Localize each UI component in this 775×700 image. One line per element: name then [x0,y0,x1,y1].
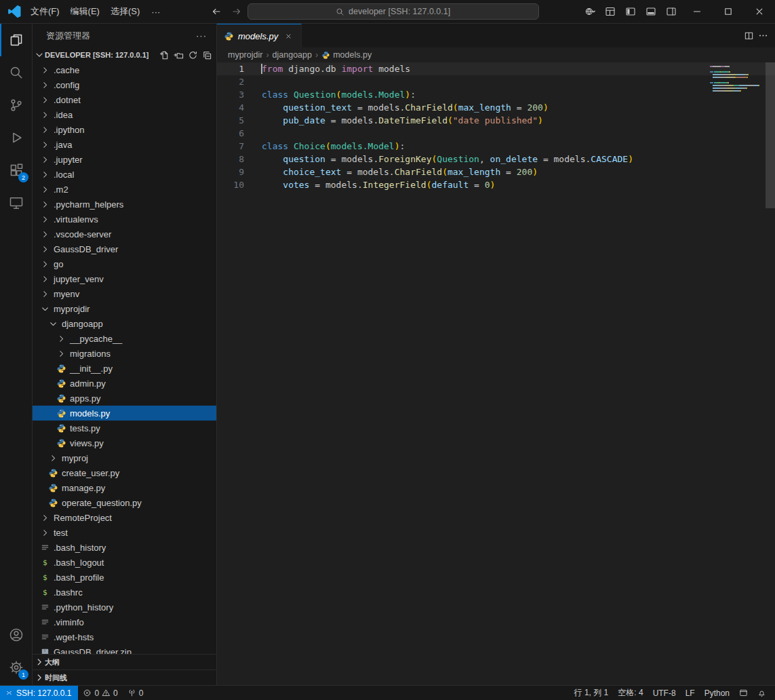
close-button[interactable] [744,0,775,24]
activity-explorer[interactable] [0,24,32,56]
command-center-search[interactable]: developer [SSH: 127.0.0.1] [247,3,539,20]
tree-item-gaussdb-driver-zip[interactable]: GaussDB_driver.zip [33,644,216,654]
navigate-back-icon[interactable] [207,3,226,20]
maximize-button[interactable] [713,0,744,24]
menu-more[interactable]: ··· [146,5,165,19]
menu-0[interactable]: 文件(F) [25,3,65,20]
activity-source-control[interactable] [0,89,32,121]
activity-accounts[interactable] [0,619,32,651]
status-end-of-line[interactable]: LF [681,686,700,700]
tree-item-remoteproject[interactable]: RemoteProject [33,510,216,525]
tree-item-config[interactable]: .config [33,77,216,92]
tree-item-manage-py[interactable]: manage.py [33,480,216,495]
breadcrumb-myprojdir[interactable]: myprojdir [228,50,262,60]
tree-item-bash-logout[interactable]: $.bash_logout [33,555,216,570]
code-line-1[interactable]: 1from django.db import models [217,62,775,75]
new-file-button[interactable] [157,48,171,62]
tree-item-idea[interactable]: .idea [33,107,216,122]
code-line-7[interactable]: 7class Choice(models.Model): [217,140,775,153]
tree-item-models-py[interactable]: models.py [33,406,216,421]
sidebar-more-actions[interactable]: ··· [196,31,207,41]
code-line-9[interactable]: 9 choice_text = models.CharField(max_len… [217,166,775,178]
tree-item-viminfo[interactable]: .viminfo [33,615,216,629]
code-editor[interactable]: 1from django.db import models23class Que… [217,62,775,685]
tree-item-pycharm-helpers[interactable]: .pycharm_helpers [33,197,216,212]
close-tab-icon[interactable] [282,30,294,42]
status-cursor-position[interactable]: 行 1, 列 1 [570,686,614,700]
tab-models-py[interactable]: models.py [217,24,302,47]
code-line-3[interactable]: 3class Question(models.Model): [217,88,775,101]
tree-item-wget-hsts[interactable]: .wget-hsts [33,629,216,644]
tree-item-local[interactable]: .local [33,167,216,182]
tree-item-m2[interactable]: .m2 [33,182,216,197]
tree-item-vscode-server[interactable]: .vscode-server [33,227,216,241]
window-icon[interactable] [734,686,753,700]
activity-manage[interactable]: 1 [0,651,32,684]
bell-icon[interactable] [753,686,771,700]
tree-item-python-history[interactable]: .python_history [33,600,216,615]
code-line-5[interactable]: 5 pub_date = models.DateTimeField("date … [217,114,775,127]
tree-item-myenv[interactable]: myenv [33,286,216,301]
section-outline[interactable]: 大纲 [33,654,216,669]
tree-item-create-user-py[interactable]: create_user.py [33,465,216,480]
code-line-8[interactable]: 8 question = models.ForeignKey(Question,… [217,153,775,166]
menu-1[interactable]: 编辑(E) [65,3,105,20]
activity-search[interactable] [0,56,32,89]
tree-item-views-py[interactable]: views.py [33,435,216,450]
code-line-6[interactable]: 6 [217,127,775,140]
status-language-mode[interactable]: Python [700,686,734,700]
tree-item-myprojdir[interactable]: myprojdir [33,301,216,316]
section-timeline[interactable]: 时间线 [33,669,216,685]
toggle-secondary-sidebar-icon[interactable] [661,3,681,20]
code-line-10[interactable]: 10 votes = models.IntegerField(default =… [217,178,775,191]
customize-layout-icon[interactable] [600,3,620,20]
remote-menu-icon[interactable] [580,3,600,20]
tree-item-virtualenvs[interactable]: .virtualenvs [33,212,216,227]
tree-item-bash-history[interactable]: .bash_history [33,540,216,555]
tree-item-init-py[interactable]: __init__.py [33,361,216,376]
tree-item-bash-profile[interactable]: $.bash_profile [33,570,216,585]
breadcrumb-models-py[interactable]: models.py [321,50,372,60]
toggle-panel-icon[interactable] [641,3,661,20]
minimize-button[interactable] [681,0,713,24]
tree-item-jupyter[interactable]: .jupyter [33,152,216,167]
navigate-forward-icon[interactable] [227,3,246,20]
tree-item-tests-py[interactable]: tests.py [33,421,216,435]
tree-item-migrations[interactable]: migrations [33,346,216,361]
refresh-button[interactable] [186,48,199,62]
tree-item-bashrc[interactable]: $.bashrc [33,585,216,600]
tree-item-operate-question-py[interactable]: operate_question.py [33,495,216,510]
tree-item-test[interactable]: test [33,525,216,540]
collapse-all-button[interactable] [200,48,214,62]
activity-remote-explorer[interactable] [0,187,32,219]
code-line-4[interactable]: 4 question_text = models.CharField(max_l… [217,101,775,114]
explorer-section-header[interactable]: DEVELOPER [SSH: 127.0.0.1] [33,47,216,62]
problems-status[interactable]: 00 [78,686,122,700]
tree-item-djangoapp[interactable]: djangoapp [33,316,216,331]
tree-item-java[interactable]: .java [33,137,216,152]
activity-extensions[interactable]: 2 [0,154,32,187]
minimap[interactable] [710,62,766,93]
code-line-2[interactable]: 2 [217,75,775,88]
tree-item-pycache[interactable]: __pycache__ [33,331,216,346]
activity-run-and-debug[interactable] [0,121,32,154]
status-indentation[interactable]: 空格: 4 [613,686,648,700]
remote-status[interactable]: SSH: 127.0.0.1 [0,686,78,700]
tree-item-gaussdb-driver[interactable]: GaussDB_driver [33,241,216,256]
more-actions-icon[interactable] [758,31,768,41]
tree-item-apps-py[interactable]: apps.py [33,391,216,406]
tree-item-jupyter-venv[interactable]: jupyter_venv [33,271,216,286]
tree-item-dotnet[interactable]: .dotnet [33,92,216,107]
tree-item-go[interactable]: go [33,256,216,271]
scrollbar-thumb[interactable] [766,62,775,208]
menu-2[interactable]: 选择(S) [105,3,145,20]
split-editor-icon[interactable] [744,31,754,41]
status-encoding[interactable]: UTF-8 [648,686,681,700]
breadcrumb-djangoapp[interactable]: djangoapp [273,50,312,60]
new-folder-button[interactable] [172,48,185,62]
tree-item-admin-py[interactable]: admin.py [33,376,216,391]
tree-item-myproj[interactable]: myproj [33,450,216,465]
tree-item-ipython[interactable]: .ipython [33,122,216,137]
ports-status[interactable]: 0 [123,686,148,700]
toggle-primary-sidebar-icon[interactable] [620,3,641,20]
